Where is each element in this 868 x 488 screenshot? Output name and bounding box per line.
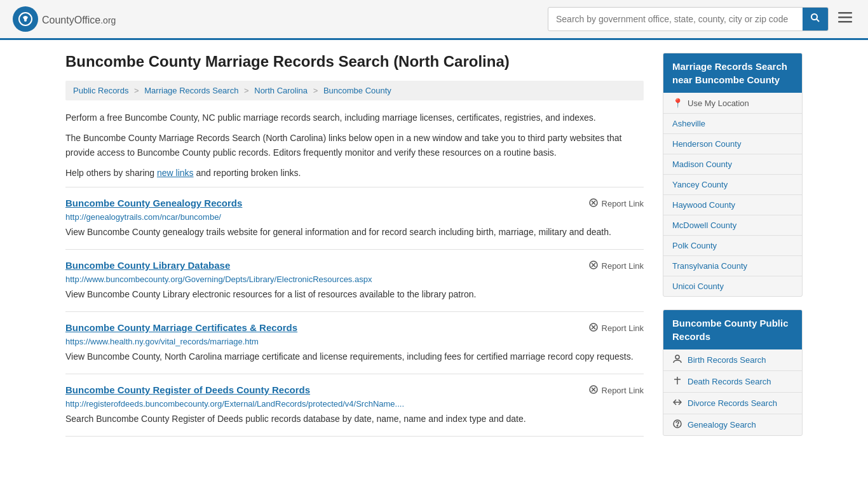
nearby-link-text-0: Asheville bbox=[672, 119, 705, 128]
svg-rect-5 bbox=[838, 17, 852, 18]
record-desc-1: View Buncombe County Library electronic … bbox=[65, 288, 644, 301]
record-header-2: Buncombe County Marriage Certificates & … bbox=[65, 322, 644, 334]
public-record-link-3[interactable]: Genealogy Search bbox=[663, 414, 802, 435]
public-record-link-0[interactable]: Birth Records Search bbox=[663, 349, 802, 371]
svg-point-19 bbox=[675, 355, 679, 359]
record-entry-2: Buncombe County Marriage Certificates & … bbox=[65, 311, 644, 374]
logo-icon bbox=[13, 6, 38, 32]
nearby-link-0[interactable]: Asheville bbox=[663, 114, 802, 134]
description-3: Help others by sharing new links and rep… bbox=[65, 166, 644, 180]
breadcrumb: Public Records > Marriage Records Search… bbox=[65, 81, 644, 100]
report-label-2: Report Link bbox=[602, 323, 644, 333]
nearby-link-text-6: Polk County bbox=[672, 241, 717, 250]
nearby-section: Marriage Records Search near Buncombe Co… bbox=[663, 53, 803, 297]
record-entry-1: Buncombe County Library Database Report … bbox=[65, 249, 644, 311]
main-container: Buncombe County Marriage Records Search … bbox=[53, 40, 815, 461]
record-title-1[interactable]: Buncombe County Library Database bbox=[65, 260, 230, 271]
records-list: Buncombe County Genealogy Records Report… bbox=[65, 187, 644, 437]
record-title-3[interactable]: Buncombe County Register of Deeds County… bbox=[65, 384, 310, 395]
record-header-3: Buncombe County Register of Deeds County… bbox=[65, 384, 644, 396]
report-label-1: Report Link bbox=[602, 261, 644, 271]
nearby-link-text-5: McDowell County bbox=[672, 220, 736, 230]
nearby-links: AshevilleHenderson CountyMadison CountyY… bbox=[663, 114, 802, 296]
public-records-links: Birth Records Search Death Records Searc… bbox=[663, 349, 802, 435]
record-header-0: Buncombe County Genealogy Records Report… bbox=[65, 198, 644, 210]
public-records-header: Buncombe County Public Records bbox=[663, 310, 802, 349]
public-record-icon-3 bbox=[672, 419, 682, 430]
nearby-link-text-1: Henderson County bbox=[672, 139, 741, 149]
search-form bbox=[548, 7, 829, 31]
report-icon-3 bbox=[588, 384, 599, 396]
public-record-icon-2 bbox=[672, 398, 682, 409]
report-link-1[interactable]: Report Link bbox=[588, 260, 644, 272]
svg-line-3 bbox=[817, 19, 819, 22]
record-title-2[interactable]: Buncombe County Marriage Certificates & … bbox=[65, 322, 297, 333]
nearby-link-6[interactable]: Polk County bbox=[663, 236, 802, 256]
report-link-3[interactable]: Report Link bbox=[588, 384, 644, 396]
record-url-0[interactable]: http://genealogytrails.com/ncar/buncombe… bbox=[65, 212, 644, 222]
public-record-icon-1 bbox=[672, 376, 682, 387]
public-record-label-1: Death Records Search bbox=[688, 377, 771, 386]
record-url-3[interactable]: http://registerofdeeds.buncombecounty.or… bbox=[65, 399, 644, 409]
record-desc-2: View Buncombe County, North Carolina mar… bbox=[65, 350, 644, 363]
site-header: CountyOffice.org bbox=[0, 0, 868, 40]
record-url-1[interactable]: http://www.buncombecounty.org/Governing/… bbox=[65, 274, 644, 284]
nearby-link-3[interactable]: Yancey County bbox=[663, 175, 802, 195]
report-icon-2 bbox=[588, 322, 599, 334]
nearby-link-text-4: Haywood County bbox=[672, 200, 735, 210]
logo-text: CountyOffice.org bbox=[42, 12, 116, 27]
public-record-label-3: Genealogy Search bbox=[688, 420, 756, 430]
public-record-label-2: Divorce Records Search bbox=[688, 398, 777, 408]
public-records-section: Buncombe County Public Records Birth Rec… bbox=[663, 309, 803, 436]
description-1: Perform a free Buncombe County, NC publi… bbox=[65, 111, 644, 125]
report-link-0[interactable]: Report Link bbox=[588, 198, 644, 210]
sidebar: Marriage Records Search near Buncombe Co… bbox=[663, 53, 803, 449]
nearby-link-text-2: Madison County bbox=[672, 159, 732, 169]
report-icon-0 bbox=[588, 198, 599, 210]
nearby-link-text-3: Yancey County bbox=[672, 180, 728, 189]
public-record-icon-0 bbox=[672, 355, 682, 365]
search-button[interactable] bbox=[803, 8, 828, 30]
report-label-3: Report Link bbox=[602, 386, 644, 395]
public-record-label-0: Birth Records Search bbox=[688, 355, 766, 365]
nearby-link-5[interactable]: McDowell County bbox=[663, 215, 802, 236]
record-entry-3: Buncombe County Register of Deeds County… bbox=[65, 374, 644, 437]
page-title: Buncombe County Marriage Records Search … bbox=[65, 53, 644, 71]
record-title-0[interactable]: Buncombe County Genealogy Records bbox=[65, 198, 242, 208]
nearby-header: Marriage Records Search near Buncombe Co… bbox=[663, 53, 802, 93]
record-desc-0: View Buncombe County genealogy trails we… bbox=[65, 226, 644, 239]
menu-icon[interactable] bbox=[835, 7, 855, 31]
svg-rect-6 bbox=[838, 21, 852, 23]
new-links-link[interactable]: new links bbox=[157, 168, 194, 178]
nearby-link-7[interactable]: Transylvania County bbox=[663, 256, 802, 276]
nearby-link-text-7: Transylvania County bbox=[672, 261, 747, 271]
record-desc-3: Search Buncombe County Register of Deeds… bbox=[65, 412, 644, 426]
public-record-link-1[interactable]: Death Records Search bbox=[663, 371, 802, 393]
nearby-link-1[interactable]: Henderson County bbox=[663, 134, 802, 154]
svg-point-2 bbox=[811, 14, 817, 20]
record-url-2[interactable]: https://www.health.ny.gov/vital_records/… bbox=[65, 337, 644, 346]
svg-point-24 bbox=[677, 425, 677, 426]
nearby-link-4[interactable]: Haywood County bbox=[663, 195, 802, 215]
search-input[interactable] bbox=[548, 9, 803, 29]
breadcrumb-north-carolina[interactable]: North Carolina bbox=[254, 86, 308, 95]
description-2: The Buncombe County Marriage Records Sea… bbox=[65, 131, 644, 159]
record-header-1: Buncombe County Library Database Report … bbox=[65, 260, 644, 272]
nearby-link-2[interactable]: Madison County bbox=[663, 154, 802, 175]
public-record-link-2[interactable]: Divorce Records Search bbox=[663, 393, 802, 414]
report-icon-1 bbox=[588, 260, 599, 272]
record-entry-0: Buncombe County Genealogy Records Report… bbox=[65, 187, 644, 249]
location-icon: 📍 bbox=[672, 98, 682, 108]
report-link-2[interactable]: Report Link bbox=[588, 322, 644, 334]
content-area: Buncombe County Marriage Records Search … bbox=[65, 53, 644, 449]
header-right bbox=[548, 7, 855, 31]
svg-rect-4 bbox=[838, 12, 852, 14]
breadcrumb-buncombe-county[interactable]: Buncombe County bbox=[323, 86, 391, 95]
breadcrumb-public-records[interactable]: Public Records bbox=[73, 86, 128, 95]
logo[interactable]: CountyOffice.org bbox=[13, 6, 116, 32]
breadcrumb-marriage-records[interactable]: Marriage Records Search bbox=[144, 86, 238, 95]
svg-point-1 bbox=[24, 19, 27, 22]
nearby-link-8[interactable]: Unicoi County bbox=[663, 276, 802, 296]
report-label-0: Report Link bbox=[602, 199, 644, 208]
use-my-location[interactable]: 📍 Use My Location bbox=[663, 93, 802, 114]
